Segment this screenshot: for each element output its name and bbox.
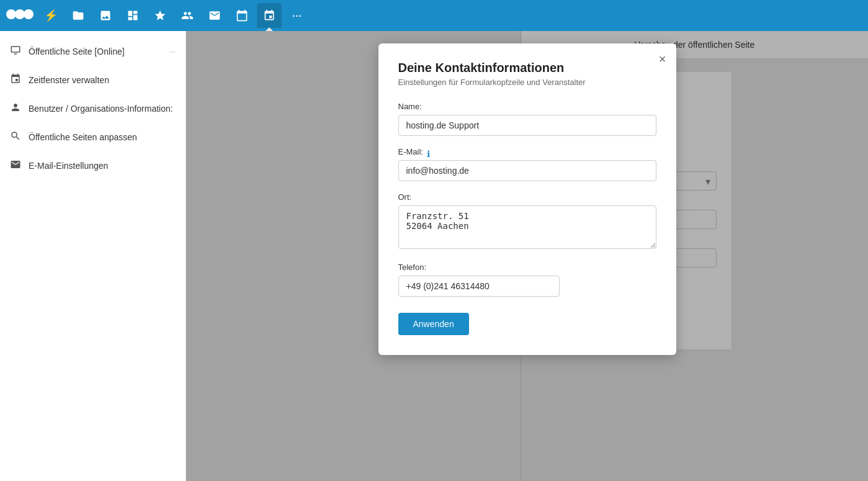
form-group-name: Name: [398, 102, 656, 136]
form-telefon-input[interactable] [398, 276, 560, 297]
svg-point-0 [6, 9, 16, 19]
modal-close-button[interactable]: × [659, 52, 666, 66]
more-icon[interactable]: ··· [284, 3, 309, 28]
form-email-label: E-Mail: [398, 147, 423, 156]
main-layout: Öffentliche Seite [Online] ··· Zeitfenst… [0, 31, 868, 481]
form-name-label: Name: [398, 102, 656, 111]
apply-button[interactable]: Anwenden [398, 313, 469, 335]
sidebar-item-email-settings[interactable]: E-Mail-Einstellungen [0, 151, 186, 180]
content-wrapper: Vorschau der öffentlichen Seite hosting.… [186, 31, 868, 481]
sidebar-item-time-windows[interactable]: Zeitfenster verwalten [0, 66, 186, 94]
form-group-email: E-Mail: ℹ [398, 147, 656, 181]
sidebar-item-user-org[interactable]: Benutzer / Organisations-Information: [0, 94, 186, 123]
topnav: ⚡ ··· [0, 0, 868, 31]
modal-dialog: × Deine Kontaktinformationen Einstellung… [378, 43, 676, 355]
files-icon[interactable] [66, 3, 91, 28]
svg-point-2 [24, 9, 34, 19]
sidebar-item-public-page[interactable]: Öffentliche Seite [Online] ··· [0, 37, 186, 66]
sidebar: Öffentliche Seite [Online] ··· Zeitfenst… [0, 31, 186, 481]
monitor-icon [10, 45, 22, 58]
nav-icons: ⚡ ··· [38, 3, 309, 28]
app-logo[interactable] [6, 6, 34, 25]
sidebar-item-user-org-label: Benutzer / Organisations-Information: [29, 104, 176, 114]
dashboard-icon[interactable] [120, 3, 145, 28]
sidebar-item-public-pages-label: Öffentliche Seiten anpassen [29, 132, 176, 142]
form-email-input[interactable] [398, 160, 656, 181]
sidebar-item-public-page-label: Öffentliche Seite [Online] [29, 47, 163, 56]
contacts-icon[interactable] [175, 3, 200, 28]
appointments-icon[interactable] [257, 3, 282, 28]
form-ort-textarea[interactable] [398, 205, 656, 249]
photos-icon[interactable] [93, 3, 118, 28]
modal-overlay: × Deine Kontaktinformationen Einstellung… [186, 31, 868, 481]
modal-title: Deine Kontaktinformationen [398, 61, 656, 75]
modal-subtitle: Einstellungen für Formularkopfzeile und … [398, 78, 656, 87]
svg-point-1 [15, 9, 25, 19]
info-icon[interactable]: ℹ [427, 149, 430, 159]
wrench-icon [10, 130, 22, 144]
form-ort-label: Ort: [398, 192, 656, 202]
sidebar-item-time-windows-label: Zeitfenster verwalten [29, 75, 176, 85]
form-name-input[interactable] [398, 115, 656, 136]
activity-icon[interactable]: ⚡ [38, 3, 63, 28]
calendar-icon[interactable] [230, 3, 254, 28]
form-group-telefon: Telefon: [398, 263, 656, 297]
favorites-icon[interactable] [148, 3, 172, 28]
person-icon [10, 102, 22, 115]
sidebar-item-public-pages-customize[interactable]: Öffentliche Seiten anpassen [0, 123, 186, 151]
form-group-ort: Ort: [398, 192, 656, 251]
sidebar-item-email-settings-label: E-Mail-Einstellungen [29, 161, 176, 171]
calendar-small-icon [10, 73, 22, 87]
form-telefon-label: Telefon: [398, 263, 656, 272]
mail-small-icon [10, 159, 22, 173]
mail-icon[interactable] [202, 3, 227, 28]
sidebar-item-more-icon[interactable]: ··· [169, 47, 176, 56]
